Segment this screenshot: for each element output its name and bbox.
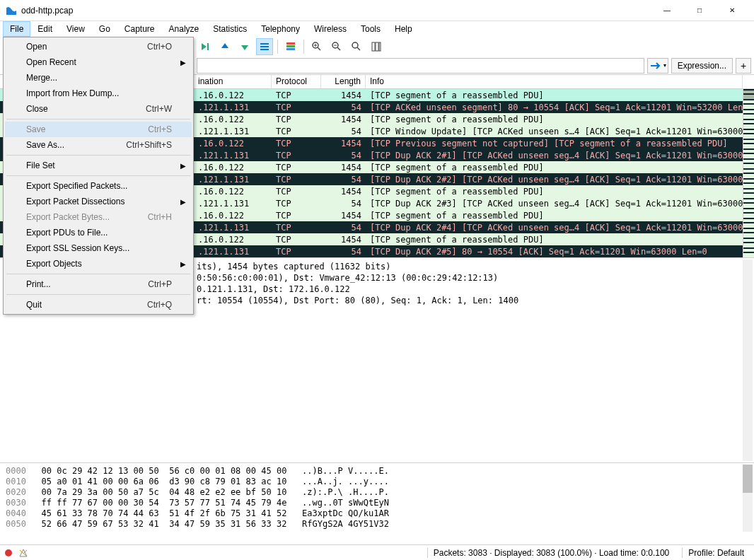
hex-line[interactable]: 0040 45 61 33 78 70 74 44 63 51 4f 2f 6b…: [6, 508, 748, 519]
svg-rect-2: [260, 49, 269, 50]
menu-analyze[interactable]: Analyze: [162, 21, 207, 37]
window-title: odd-http.pcap: [21, 6, 651, 16]
zoom-in-icon[interactable]: [308, 38, 325, 55]
apply-filter-button[interactable]: ▾: [647, 58, 668, 74]
column-destination[interactable]: ination: [194, 75, 272, 88]
svg-line-14: [357, 47, 360, 50]
file-menu-export-specified-packets[interactable]: Export Specified Packets...: [5, 178, 192, 194]
menu-file[interactable]: File: [3, 21, 30, 37]
menubar: FileEditViewGoCaptureAnalyzeStatisticsTe…: [0, 21, 754, 37]
menu-telephony[interactable]: Telephony: [254, 21, 307, 37]
menu-tools[interactable]: Tools: [354, 21, 388, 37]
minimize-button[interactable]: —: [651, 0, 683, 21]
file-menu-dropdown: OpenCtrl+OOpen Recent▶Merge...Import fro…: [3, 37, 194, 315]
file-menu-export-pdus-to-file[interactable]: Export PDUs to File...: [5, 225, 192, 240]
svg-rect-1: [260, 46, 269, 47]
status-packets: Packets: 3083 · Displayed: 3083 (100.0%)…: [427, 548, 675, 558]
file-menu-open[interactable]: OpenCtrl+O: [5, 39, 192, 54]
capture-indicator-icon[interactable]: [4, 549, 13, 557]
file-menu-export-ssl-session-keys[interactable]: Export SSL Session Keys...: [5, 240, 192, 256]
column-info[interactable]: Info: [366, 75, 743, 88]
column-length[interactable]: Length: [321, 75, 366, 88]
resize-columns-icon[interactable]: [368, 38, 385, 55]
submenu-arrow-icon: ▶: [180, 260, 186, 268]
column-protocol[interactable]: Protocol: [272, 75, 321, 88]
go-down-icon[interactable]: [236, 38, 253, 55]
expert-info-icon[interactable]: [18, 548, 28, 558]
go-last-icon[interactable]: [197, 38, 214, 55]
file-menu-import-from-hex-dump[interactable]: Import from Hex Dump...: [5, 86, 192, 101]
file-menu-print[interactable]: Print...Ctrl+P: [5, 276, 192, 292]
menu-view[interactable]: View: [59, 21, 92, 37]
file-menu-file-set[interactable]: File Set▶: [5, 158, 192, 173]
svg-rect-5: [286, 48, 295, 50]
svg-rect-3: [286, 42, 295, 45]
submenu-arrow-icon: ▶: [180, 59, 186, 66]
file-menu-save-as[interactable]: Save As...Ctrl+Shift+S: [5, 137, 192, 153]
file-menu-export-objects[interactable]: Export Objects▶: [5, 256, 192, 272]
add-filter-button[interactable]: +: [736, 58, 751, 74]
hex-line[interactable]: 0010 05 a0 01 41 00 00 6a 06 d3 90 c8 79…: [6, 477, 748, 487]
colorize-icon[interactable]: [282, 38, 299, 55]
hex-line[interactable]: 0030 ff ff 77 67 00 00 30 54 73 57 77 51…: [6, 498, 748, 508]
packet-list-scrollbar[interactable]: [743, 89, 754, 257]
display-filter-input[interactable]: [197, 58, 644, 74]
file-menu-export-packet-dissections[interactable]: Export Packet Dissections▶: [5, 194, 192, 209]
hex-line[interactable]: 0000 00 0c 29 42 12 13 00 50 56 c0 00 01…: [6, 466, 748, 477]
svg-point-13: [352, 42, 358, 48]
maximize-button[interactable]: □: [683, 0, 716, 21]
svg-rect-16: [376, 42, 378, 51]
file-menu-save: SaveCtrl+S: [5, 122, 192, 137]
file-menu-close[interactable]: CloseCtrl+W: [5, 101, 192, 117]
autoscroll-icon[interactable]: [256, 38, 273, 55]
file-menu-merge[interactable]: Merge...: [5, 70, 192, 86]
details-scrollbar[interactable]: [743, 259, 753, 461]
hex-line[interactable]: 0020 00 7a 29 3a 00 50 a7 5c 04 48 e2 e2…: [6, 487, 748, 498]
zoom-reset-icon[interactable]: [348, 38, 365, 55]
status-bar: Packets: 3083 · Displayed: 3083 (100.0%)…: [0, 544, 754, 560]
hex-scrollbar[interactable]: [743, 465, 753, 532]
menu-edit[interactable]: Edit: [30, 21, 59, 37]
packet-bytes-pane[interactable]: 0000 00 0c 29 42 12 13 00 50 56 c0 00 01…: [0, 462, 754, 533]
status-profile[interactable]: Profile: Default: [682, 548, 750, 558]
file-menu-quit[interactable]: QuitCtrl+Q: [5, 297, 192, 313]
file-menu-open-recent[interactable]: Open Recent▶: [5, 54, 192, 70]
hex-line[interactable]: 0050 52 66 47 59 67 53 32 41 34 47 59 35…: [6, 519, 748, 530]
svg-rect-15: [372, 42, 375, 51]
svg-point-18: [5, 549, 12, 556]
svg-rect-0: [260, 43, 269, 45]
svg-rect-4: [286, 45, 295, 47]
menu-capture[interactable]: Capture: [117, 21, 162, 37]
wireshark-icon: [6, 5, 17, 16]
svg-line-11: [337, 47, 340, 50]
menu-help[interactable]: Help: [388, 21, 419, 37]
go-up-icon[interactable]: [216, 38, 233, 55]
close-button[interactable]: ✕: [716, 0, 748, 21]
menu-statistics[interactable]: Statistics: [206, 21, 254, 37]
svg-rect-17: [379, 42, 381, 51]
submenu-arrow-icon: ▶: [180, 198, 186, 206]
submenu-arrow-icon: ▶: [180, 162, 186, 170]
expression-button[interactable]: Expression...: [671, 58, 733, 74]
file-menu-export-packet-bytes: Export Packet Bytes...Ctrl+H: [5, 209, 192, 225]
zoom-out-icon[interactable]: [328, 38, 345, 55]
titlebar: odd-http.pcap — □ ✕: [0, 0, 754, 21]
svg-line-7: [318, 47, 320, 50]
menu-wireless[interactable]: Wireless: [307, 21, 354, 37]
menu-go[interactable]: Go: [92, 21, 117, 37]
